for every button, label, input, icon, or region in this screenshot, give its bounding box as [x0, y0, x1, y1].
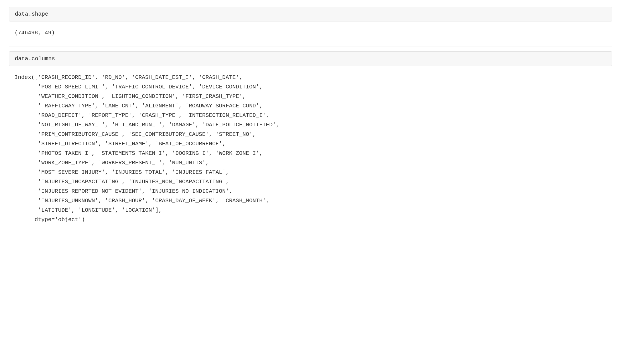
- cell-columns-output: Index(['CRASH_RECORD_ID', 'RD_NO', 'CRAS…: [9, 69, 612, 228]
- notebook-container: data.shape (746498, 49) data.columns Ind…: [9, 7, 612, 228]
- cell-columns-input[interactable]: data.columns: [9, 51, 612, 66]
- cell-shape-input[interactable]: data.shape: [9, 7, 612, 21]
- cell-shape-output-text: (746498, 49): [15, 28, 606, 38]
- cell-shape-code: data.shape: [15, 11, 48, 17]
- section-divider: [9, 47, 612, 47]
- cell-shape-output: (746498, 49): [9, 25, 612, 41]
- cell-columns-output-text: Index(['CRASH_RECORD_ID', 'RD_NO', 'CRAS…: [15, 73, 606, 225]
- cell-columns-code: data.columns: [15, 56, 55, 62]
